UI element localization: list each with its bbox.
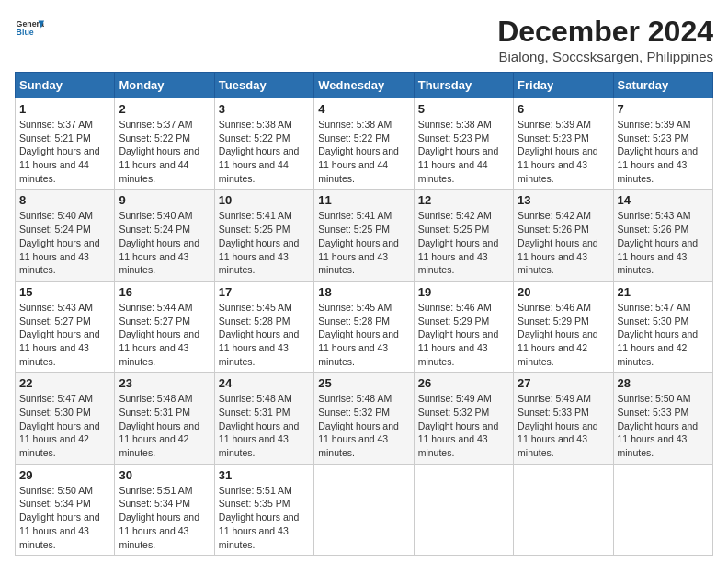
calendar-cell: 30 Sunrise: 5:51 AM Sunset: 5:34 PM Dayl… [115, 464, 214, 555]
col-saturday: Saturday [613, 73, 712, 98]
calendar-cell: 5 Sunrise: 5:38 AM Sunset: 5:23 PM Dayli… [414, 98, 513, 190]
day-number: 28 [618, 376, 709, 390]
day-number: 22 [19, 376, 110, 390]
day-number: 3 [219, 102, 310, 116]
calendar-cell: 29 Sunrise: 5:50 AM Sunset: 5:34 PM Dayl… [16, 464, 115, 555]
calendar-cell: 10 Sunrise: 5:41 AM Sunset: 5:25 PM Dayl… [214, 190, 313, 281]
col-friday: Friday [514, 73, 613, 98]
calendar-cell [613, 464, 712, 555]
calendar-cell: 17 Sunrise: 5:45 AM Sunset: 5:28 PM Dayl… [214, 281, 313, 372]
calendar-cell: 1 Sunrise: 5:37 AM Sunset: 5:21 PM Dayli… [16, 98, 115, 190]
day-number: 1 [19, 102, 110, 116]
day-info: Sunrise: 5:50 AM Sunset: 5:33 PM Dayligh… [618, 392, 709, 459]
day-number: 6 [518, 102, 609, 116]
day-info: Sunrise: 5:47 AM Sunset: 5:30 PM Dayligh… [618, 301, 709, 368]
day-info: Sunrise: 5:38 AM Sunset: 5:22 PM Dayligh… [318, 118, 409, 185]
day-info: Sunrise: 5:41 AM Sunset: 5:25 PM Dayligh… [318, 209, 409, 276]
calendar-cell: 2 Sunrise: 5:37 AM Sunset: 5:22 PM Dayli… [115, 98, 214, 190]
day-info: Sunrise: 5:47 AM Sunset: 5:30 PM Dayligh… [19, 392, 110, 459]
day-info: Sunrise: 5:37 AM Sunset: 5:22 PM Dayligh… [119, 118, 210, 185]
day-number: 27 [518, 376, 609, 390]
col-tuesday: Tuesday [214, 73, 313, 98]
calendar-cell: 19 Sunrise: 5:46 AM Sunset: 5:29 PM Dayl… [414, 281, 513, 372]
day-info: Sunrise: 5:49 AM Sunset: 5:32 PM Dayligh… [418, 392, 509, 459]
calendar-cell: 31 Sunrise: 5:51 AM Sunset: 5:35 PM Dayl… [214, 464, 313, 555]
day-number: 30 [119, 468, 210, 482]
calendar-cell: 7 Sunrise: 5:39 AM Sunset: 5:23 PM Dayli… [613, 98, 712, 190]
page-subtitle: Bialong, Soccsksargen, Philippines [497, 49, 713, 64]
col-sunday: Sunday [16, 73, 115, 98]
calendar-cell: 28 Sunrise: 5:50 AM Sunset: 5:33 PM Dayl… [613, 373, 712, 464]
calendar-cell: 16 Sunrise: 5:44 AM Sunset: 5:27 PM Dayl… [115, 281, 214, 372]
calendar-cell: 23 Sunrise: 5:48 AM Sunset: 5:31 PM Dayl… [115, 373, 214, 464]
day-number: 10 [219, 193, 310, 207]
day-number: 11 [318, 193, 409, 207]
week-row-5: 29 Sunrise: 5:50 AM Sunset: 5:34 PM Dayl… [16, 464, 713, 555]
day-number: 17 [219, 285, 310, 299]
calendar-cell: 21 Sunrise: 5:47 AM Sunset: 5:30 PM Dayl… [613, 281, 712, 372]
calendar-cell: 8 Sunrise: 5:40 AM Sunset: 5:24 PM Dayli… [16, 190, 115, 281]
day-info: Sunrise: 5:40 AM Sunset: 5:24 PM Dayligh… [19, 209, 110, 276]
week-row-4: 22 Sunrise: 5:47 AM Sunset: 5:30 PM Dayl… [16, 373, 713, 464]
day-number: 19 [418, 285, 509, 299]
day-info: Sunrise: 5:50 AM Sunset: 5:34 PM Dayligh… [19, 484, 110, 551]
day-info: Sunrise: 5:48 AM Sunset: 5:32 PM Dayligh… [318, 392, 409, 459]
calendar-cell: 22 Sunrise: 5:47 AM Sunset: 5:30 PM Dayl… [16, 373, 115, 464]
day-number: 24 [219, 376, 310, 390]
calendar-cell: 15 Sunrise: 5:43 AM Sunset: 5:27 PM Dayl… [16, 281, 115, 372]
day-info: Sunrise: 5:38 AM Sunset: 5:23 PM Dayligh… [418, 118, 509, 185]
logo-icon: General Blue [15, 15, 44, 44]
day-info: Sunrise: 5:46 AM Sunset: 5:29 PM Dayligh… [518, 301, 609, 368]
day-number: 21 [618, 285, 709, 299]
calendar-cell: 6 Sunrise: 5:39 AM Sunset: 5:23 PM Dayli… [514, 98, 613, 190]
day-info: Sunrise: 5:49 AM Sunset: 5:33 PM Dayligh… [518, 392, 609, 459]
day-number: 12 [418, 193, 509, 207]
day-info: Sunrise: 5:45 AM Sunset: 5:28 PM Dayligh… [318, 301, 409, 368]
col-wednesday: Wednesday [314, 73, 414, 98]
day-info: Sunrise: 5:51 AM Sunset: 5:35 PM Dayligh… [219, 484, 310, 551]
page-title: December 2024 [497, 15, 713, 49]
week-row-3: 15 Sunrise: 5:43 AM Sunset: 5:27 PM Dayl… [16, 281, 713, 372]
day-info: Sunrise: 5:46 AM Sunset: 5:29 PM Dayligh… [418, 301, 509, 368]
day-number: 4 [318, 102, 409, 116]
day-number: 20 [518, 285, 609, 299]
day-number: 5 [418, 102, 509, 116]
day-info: Sunrise: 5:44 AM Sunset: 5:27 PM Dayligh… [119, 301, 210, 368]
day-number: 26 [418, 376, 509, 390]
day-info: Sunrise: 5:41 AM Sunset: 5:25 PM Dayligh… [219, 209, 310, 276]
day-number: 29 [19, 468, 110, 482]
day-info: Sunrise: 5:51 AM Sunset: 5:34 PM Dayligh… [119, 484, 210, 551]
day-number: 13 [518, 193, 609, 207]
calendar-cell [414, 464, 513, 555]
day-info: Sunrise: 5:43 AM Sunset: 5:26 PM Dayligh… [618, 209, 709, 276]
day-number: 15 [19, 285, 110, 299]
calendar-cell: 18 Sunrise: 5:45 AM Sunset: 5:28 PM Dayl… [314, 281, 414, 372]
day-number: 2 [119, 102, 210, 116]
calendar-cell: 4 Sunrise: 5:38 AM Sunset: 5:22 PM Dayli… [314, 98, 414, 190]
calendar-cell: 26 Sunrise: 5:49 AM Sunset: 5:32 PM Dayl… [414, 373, 513, 464]
day-info: Sunrise: 5:45 AM Sunset: 5:28 PM Dayligh… [219, 301, 310, 368]
calendar-cell: 27 Sunrise: 5:49 AM Sunset: 5:33 PM Dayl… [514, 373, 613, 464]
day-info: Sunrise: 5:37 AM Sunset: 5:21 PM Dayligh… [19, 118, 110, 185]
day-number: 31 [219, 468, 310, 482]
calendar-cell: 9 Sunrise: 5:40 AM Sunset: 5:24 PM Dayli… [115, 190, 214, 281]
day-info: Sunrise: 5:39 AM Sunset: 5:23 PM Dayligh… [518, 118, 609, 185]
calendar-cell [314, 464, 414, 555]
day-number: 9 [119, 193, 210, 207]
calendar-cell [514, 464, 613, 555]
calendar-cell: 24 Sunrise: 5:48 AM Sunset: 5:31 PM Dayl… [214, 373, 313, 464]
title-area: December 2024 Bialong, Soccsksargen, Phi… [497, 15, 713, 64]
calendar-table: Sunday Monday Tuesday Wednesday Thursday… [15, 72, 713, 556]
day-number: 25 [318, 376, 409, 390]
day-info: Sunrise: 5:43 AM Sunset: 5:27 PM Dayligh… [19, 301, 110, 368]
calendar-cell: 11 Sunrise: 5:41 AM Sunset: 5:25 PM Dayl… [314, 190, 414, 281]
day-number: 7 [618, 102, 709, 116]
day-number: 16 [119, 285, 210, 299]
day-info: Sunrise: 5:40 AM Sunset: 5:24 PM Dayligh… [119, 209, 210, 276]
header: General Blue December 2024 Bialong, Socc… [15, 15, 713, 64]
calendar-cell: 3 Sunrise: 5:38 AM Sunset: 5:22 PM Dayli… [214, 98, 313, 190]
calendar-cell: 13 Sunrise: 5:42 AM Sunset: 5:26 PM Dayl… [514, 190, 613, 281]
week-row-2: 8 Sunrise: 5:40 AM Sunset: 5:24 PM Dayli… [16, 190, 713, 281]
col-monday: Monday [115, 73, 214, 98]
day-info: Sunrise: 5:48 AM Sunset: 5:31 PM Dayligh… [219, 392, 310, 459]
